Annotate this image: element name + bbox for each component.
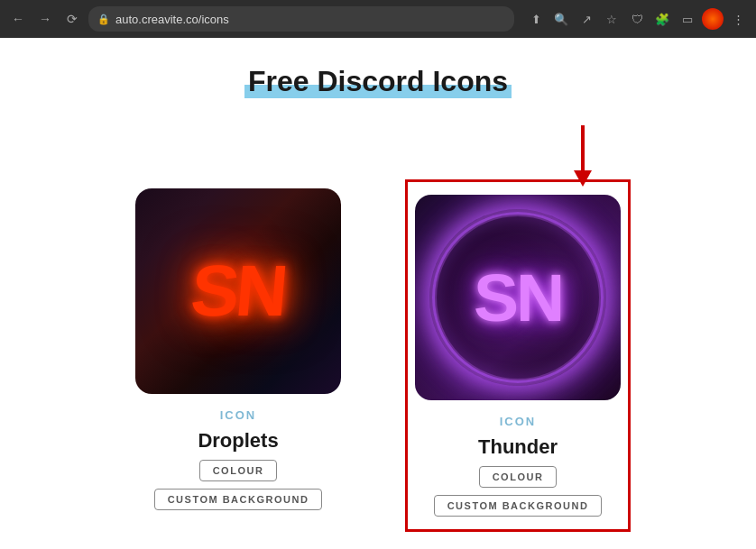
arrow-head [574, 170, 592, 187]
thunder-image: SN [415, 195, 621, 400]
reload-button[interactable]: ⟳ [61, 8, 83, 30]
icon-card-thunder: SN ICON Thunder COLOUR CUSTOM BACKGROUND [405, 179, 631, 532]
droplets-sn-text: SN [188, 250, 288, 333]
thunder-custom-bg-button[interactable]: CUSTOM BACKGROUND [434, 495, 603, 517]
page-title: Free Discord Icons [244, 65, 512, 98]
red-arrow [574, 125, 592, 187]
forward-button[interactable]: → [34, 8, 56, 30]
share-icon[interactable]: ↗ [576, 8, 597, 30]
lock-icon: 🔒 [97, 14, 110, 25]
page-content: Free Discord Icons SN ICON Droplets COLO… [0, 38, 756, 549]
extensions-icon[interactable]: 🧩 [651, 8, 673, 30]
url-text: auto.creavite.co/icons [115, 13, 229, 26]
thunder-sn-text: SN [474, 259, 562, 336]
icon-card-droplets: SN ICON Droplets COLOUR CUSTOM BACKGROUN… [125, 188, 351, 510]
icons-grid: SN ICON Droplets COLOUR CUSTOM BACKGROUN… [125, 188, 631, 532]
arrow-line [581, 125, 585, 170]
toolbar-icons: ⬆ 🔍 ↗ ☆ 🛡 🧩 ▭ ⋮ [525, 8, 749, 30]
droplets-icon-name: Droplets [198, 429, 278, 453]
zoom-icon[interactable]: 🔍 [550, 8, 572, 30]
droplets-custom-bg-button[interactable]: CUSTOM BACKGROUND [154, 489, 323, 510]
thunder-icon-name: Thunder [478, 435, 558, 459]
droplets-icon-label: ICON [220, 408, 257, 422]
back-button[interactable]: ← [7, 8, 29, 30]
menu-icon[interactable]: ⋮ [727, 8, 749, 30]
download-icon[interactable]: ⬆ [525, 8, 547, 30]
address-bar[interactable]: 🔒 auto.creavite.co/icons [88, 6, 514, 32]
profile-icon[interactable] [702, 8, 724, 30]
thunder-icon-label: ICON [500, 415, 537, 428]
arrow-container [62, 125, 694, 179]
droplets-image: SN [135, 188, 341, 394]
window-icon[interactable]: ▭ [677, 8, 698, 30]
droplets-colour-button[interactable]: COLOUR [199, 460, 278, 481]
thunder-info: ICON Thunder COLOUR CUSTOM BACKGROUND [434, 407, 603, 529]
browser-chrome: ← → ⟳ 🔒 auto.creavite.co/icons ⬆ 🔍 ↗ ☆ 🛡… [0, 0, 756, 38]
thunder-colour-button[interactable]: COLOUR [479, 466, 558, 488]
shield-icon[interactable]: 🛡 [626, 8, 648, 30]
bookmark-icon[interactable]: ☆ [601, 8, 622, 30]
